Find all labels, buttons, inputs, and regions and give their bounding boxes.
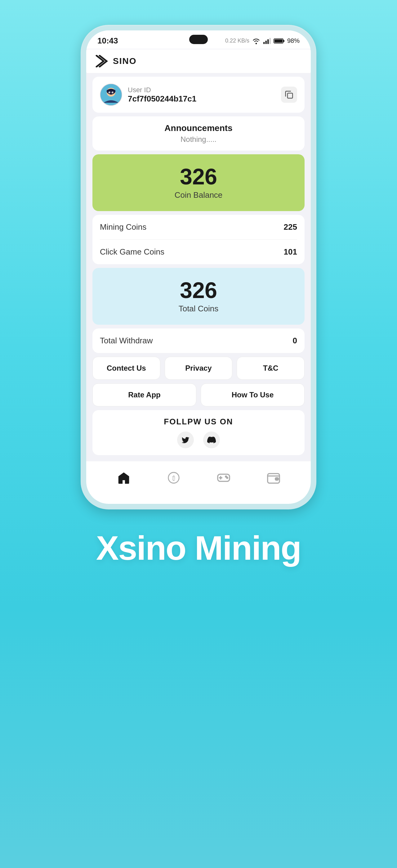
logo: SINO xyxy=(95,55,302,67)
total-coins-amount: 326 xyxy=(100,279,297,302)
announcements-message: Nothing..... xyxy=(100,135,297,144)
svg-rect-14 xyxy=(288,93,293,98)
svg-rect-21 xyxy=(275,478,278,480)
stat-row-click: Click Game Coins 101 xyxy=(100,240,297,264)
svg-rect-3 xyxy=(269,38,271,44)
svg-rect-5 xyxy=(274,39,283,42)
announcements-title: Announcements xyxy=(100,123,297,133)
mining-coins-value: 225 xyxy=(284,222,297,232)
copy-button[interactable] xyxy=(281,87,297,103)
user-uid: 7cf7f050244b17c1 xyxy=(128,94,196,104)
tnc-button[interactable]: T&C xyxy=(237,357,305,380)
nav-game[interactable] xyxy=(210,468,237,491)
how-to-use-button[interactable]: How To Use xyxy=(201,383,305,406)
svg-rect-1 xyxy=(265,40,267,44)
logo-text: SINO xyxy=(113,56,136,66)
follow-title: FOLLPW US ON xyxy=(100,417,297,427)
svg-text:₿: ₿ xyxy=(172,475,175,482)
click-game-value: 101 xyxy=(284,247,297,257)
svg-point-13 xyxy=(112,93,113,93)
notch xyxy=(189,35,208,44)
svg-point-19 xyxy=(226,477,228,478)
brand-title: Xsino Mining xyxy=(96,528,301,567)
svg-rect-6 xyxy=(283,40,285,42)
logo-icon xyxy=(95,55,111,67)
announcements-card: Announcements Nothing..... xyxy=(92,116,305,151)
total-coins-card: 326 Total Coins xyxy=(92,268,305,325)
nav-wallet[interactable] xyxy=(260,468,287,491)
contact-us-button[interactable]: Contect Us xyxy=(92,357,160,380)
nav-mining[interactable]: ₿ xyxy=(160,468,187,491)
logo-bar: SINO xyxy=(86,49,311,73)
content-area: User ID 7cf7f050244b17c1 Announcements N… xyxy=(86,73,311,458)
click-game-label: Click Game Coins xyxy=(100,247,164,257)
svg-point-12 xyxy=(109,93,110,93)
stats-card: Mining Coins 225 Click Game Coins 101 xyxy=(92,215,305,264)
user-text: User ID 7cf7f050244b17c1 xyxy=(128,86,196,104)
social-icon-2[interactable] xyxy=(203,432,220,448)
rate-app-button[interactable]: Rate App xyxy=(92,383,196,406)
coin-balance-label: Coin Balance xyxy=(100,190,297,200)
mining-coins-label: Mining Coins xyxy=(100,222,146,232)
action-buttons-row2: Rate App How To Use xyxy=(92,383,305,406)
withdraw-card: Total Withdraw 0 xyxy=(92,329,305,353)
social-icon-1[interactable] xyxy=(177,432,194,448)
user-id-label: User ID xyxy=(128,86,196,94)
status-bar: 10:43 0.22 KB/s xyxy=(86,30,311,49)
battery-text: 98% xyxy=(287,37,300,44)
brand-section: Xsino Mining xyxy=(96,528,301,567)
wallet-icon xyxy=(266,471,281,488)
mining-icon: ₿ xyxy=(167,471,181,488)
coin-balance-card: 326 Coin Balance xyxy=(92,154,305,211)
phone-screen: 10:43 0.22 KB/s xyxy=(86,30,311,504)
follow-section: FOLLPW US ON xyxy=(92,410,305,455)
follow-icons-row xyxy=(100,432,297,448)
phone-wrapper: 10:43 0.22 KB/s xyxy=(80,25,317,509)
network-speed: 0.22 KB/s xyxy=(225,37,250,44)
status-time: 10:43 xyxy=(97,36,118,45)
svg-rect-2 xyxy=(267,39,269,44)
coin-balance-amount: 326 xyxy=(100,165,297,188)
nav-home[interactable] xyxy=(110,468,137,491)
wifi-icon xyxy=(252,37,261,44)
svg-rect-0 xyxy=(263,42,265,44)
privacy-button[interactable]: Privacy xyxy=(165,357,233,380)
total-coins-label: Total Coins xyxy=(100,304,297,314)
signal-icon xyxy=(263,37,271,44)
home-icon xyxy=(117,471,131,488)
avatar xyxy=(100,84,122,106)
battery-icon xyxy=(273,38,285,44)
withdraw-label: Total Withdraw xyxy=(100,336,153,345)
user-card: User ID 7cf7f050244b17c1 xyxy=(92,77,305,113)
user-info: User ID 7cf7f050244b17c1 xyxy=(100,84,196,106)
stat-row-mining: Mining Coins 225 xyxy=(100,215,297,240)
withdraw-value: 0 xyxy=(293,336,297,345)
action-buttons-row1: Contect Us Privacy T&C xyxy=(92,357,305,380)
status-icons: 0.22 KB/s xyxy=(225,37,300,44)
game-icon xyxy=(217,471,231,488)
bottom-nav: ₿ xyxy=(86,461,311,504)
